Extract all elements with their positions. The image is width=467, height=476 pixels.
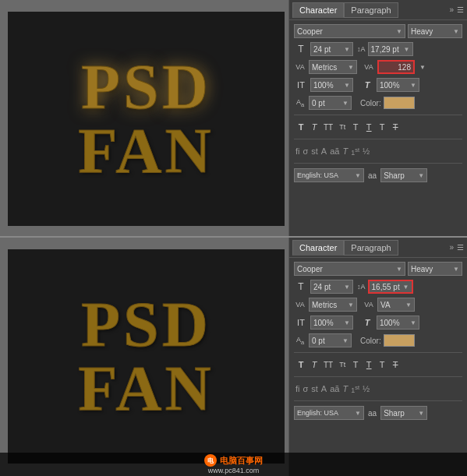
tab-character-bottom[interactable]: Character	[292, 240, 344, 256]
typo-italic-bottom[interactable]: T	[309, 359, 320, 370]
color-swatch-top[interactable]	[384, 97, 415, 109]
tab-menu-icon[interactable]: ☰	[457, 5, 464, 14]
aa-label-top: aa	[368, 171, 377, 180]
special-a-bottom[interactable]: A	[321, 384, 327, 393]
special-aa-bottom[interactable]: aã	[330, 384, 339, 393]
baseline-color-row-bottom: Aa 0 pt ▼ Color:	[294, 333, 462, 348]
scale-h-value-bottom: 100%	[313, 319, 334, 327]
va-value-bottom: Metrics	[312, 301, 337, 309]
leading-value-bottom: 16,55 pt	[372, 283, 400, 291]
va-dropdown-top[interactable]: Metrics ▼	[309, 60, 357, 74]
special-1st-top[interactable]: 1st	[351, 146, 359, 157]
font-name-dropdown-top[interactable]: Cooper ▼	[294, 24, 405, 38]
size-arrow-bottom: ▼	[344, 284, 350, 291]
font-name-dropdown-bottom[interactable]: Cooper ▼	[294, 262, 405, 276]
special-sigma-bottom[interactable]: σ	[303, 384, 309, 393]
special-fi-bottom[interactable]: fi	[295, 384, 300, 393]
typo-t3-bottom[interactable]: T	[350, 359, 361, 370]
bottom-panel-content: Cooper ▼ Heavy ▼ T 24 pt ▼ ↕A	[289, 258, 467, 424]
special-t-bottom[interactable]: T	[342, 384, 348, 393]
typo-t4-top[interactable]: T	[377, 122, 387, 132]
typo-tt2-bottom[interactable]: Tt	[337, 360, 348, 369]
lang-value-bottom: English: USA	[297, 409, 338, 417]
lang-dropdown-top[interactable]: English: USA ▼	[294, 168, 364, 182]
font-name-arrow-bottom: ▼	[396, 266, 402, 273]
special-aa-top[interactable]: aã	[330, 146, 339, 156]
top-panel-tabs: Character Paragraph » ☰	[289, 0, 467, 20]
scale-h-arrow-bottom: ▼	[344, 319, 350, 326]
tab-paragraph-top[interactable]: Paragraph	[344, 2, 398, 18]
typo-underline-bottom[interactable]: T	[363, 359, 374, 370]
baseline-color-row-top: Aa 0 pt ▼ Color:	[294, 95, 462, 111]
scale-v-value-top: 100%	[380, 81, 400, 90]
special-row-bottom: fi σ st A aã T 1st ½	[294, 381, 462, 397]
typo-t4-bottom[interactable]: T	[377, 359, 387, 370]
baseline-dropdown-bottom[interactable]: 0 pt ▼	[309, 333, 352, 347]
special-st-bottom[interactable]: st	[311, 384, 318, 393]
font-weight-value-bottom: Heavy	[411, 265, 433, 273]
special-t-top[interactable]: T	[342, 146, 348, 156]
size-dropdown-top[interactable]: 24 pt ▼	[310, 42, 353, 56]
lang-value-top: English: USA	[297, 171, 338, 179]
tab-menu-icon-bottom[interactable]: ☰	[457, 243, 464, 252]
special-st-top[interactable]: st	[311, 146, 318, 156]
typo-tt2-top[interactable]: Tt	[337, 122, 348, 132]
scale-h-arrow-top: ▼	[344, 82, 350, 89]
divider3-bottom	[294, 400, 462, 401]
typo-strike-top[interactable]: T	[390, 122, 401, 132]
divider1-bottom	[294, 352, 462, 353]
kerning-dropdown-bottom[interactable]: VA ▼	[377, 298, 415, 312]
scale-h-dropdown-top[interactable]: 100% ▼	[310, 78, 353, 92]
font-weight-dropdown-top[interactable]: Heavy ▼	[408, 24, 462, 38]
font-weight-dropdown-bottom[interactable]: Heavy ▼	[408, 262, 462, 276]
size-dropdown-bottom[interactable]: 24 pt ▼	[310, 280, 353, 294]
sharp-dropdown-bottom[interactable]: Sharp ▼	[380, 406, 427, 420]
sharp-dropdown-top[interactable]: Sharp ▼	[380, 168, 427, 182]
typo-tt-bottom[interactable]: TT	[322, 360, 334, 370]
watermark-text1: 电脑百事网	[220, 455, 263, 467]
lang-row-top: English: USA ▼ aa Sharp ▼	[294, 167, 462, 183]
typo-tt-top[interactable]: TT	[322, 122, 334, 132]
leading-icon-bottom: ↕A	[357, 283, 366, 291]
scale-v-icon-bottom: T	[360, 318, 374, 327]
typo-strike-bottom[interactable]: T	[390, 359, 401, 370]
scale-h-dropdown-bottom[interactable]: 100% ▼	[310, 316, 353, 330]
special-sigma-top[interactable]: σ	[303, 146, 309, 156]
aa-label-bottom: aa	[368, 409, 377, 418]
lang-arrow-top: ▼	[355, 172, 361, 179]
typo-row-top: T T TT Tt T T T T	[294, 119, 462, 135]
special-half-top[interactable]: ½	[363, 146, 370, 156]
tab-paragraph-bottom[interactable]: Paragraph	[344, 240, 398, 256]
typo-bold-top[interactable]: T	[295, 122, 306, 132]
bottom-section: PSD FAN Character Paragraph » ☰ Cooper	[0, 238, 467, 476]
typo-italic-top[interactable]: T	[309, 122, 320, 132]
font-name-value-top: Cooper	[297, 27, 323, 36]
kerning-input-top[interactable]	[377, 60, 415, 74]
typo-bold-bottom[interactable]: T	[295, 359, 306, 370]
text-fan-top: FAN	[78, 119, 214, 183]
color-swatch-bottom[interactable]	[384, 334, 415, 347]
tab-character-top[interactable]: Character	[292, 2, 344, 18]
special-half-bottom[interactable]: ½	[363, 384, 370, 393]
va-dropdown-bottom[interactable]: Metrics ▼	[309, 298, 357, 312]
special-fi-top[interactable]: fi	[295, 146, 300, 156]
color-label-bottom: Color:	[360, 337, 381, 345]
tab-expand-icon-bottom[interactable]: »	[449, 243, 454, 252]
leading-value-top: 17,29 pt	[371, 45, 399, 54]
text-fan-bottom: FAN	[78, 357, 214, 421]
typo-t3-top[interactable]: T	[350, 122, 361, 132]
va-kerning-row-bottom: VA Metrics ▼ VA VA ▼	[294, 297, 462, 312]
baseline-dropdown-top[interactable]: 0 pt ▼	[309, 96, 352, 110]
lang-dropdown-bottom[interactable]: English: USA ▼	[294, 406, 364, 420]
scale-v-dropdown-bottom[interactable]: 100% ▼	[377, 316, 419, 330]
special-1st-bottom[interactable]: 1st	[351, 384, 359, 394]
scale-row-bottom: IT 100% ▼ T 100% ▼	[294, 315, 462, 330]
typo-underline-top[interactable]: T	[363, 122, 374, 132]
tab-expand-icon[interactable]: »	[449, 5, 454, 14]
leading-dropdown-bottom[interactable]: 16,55 pt ▼	[368, 280, 413, 294]
special-a-top[interactable]: A	[321, 146, 327, 156]
scale-v-dropdown-top[interactable]: 100% ▼	[377, 78, 419, 92]
leading-dropdown-top[interactable]: 17,29 pt ▼	[368, 42, 413, 56]
bottom-canvas: PSD FAN	[0, 238, 288, 476]
watermark-icon: 电	[204, 454, 217, 467]
